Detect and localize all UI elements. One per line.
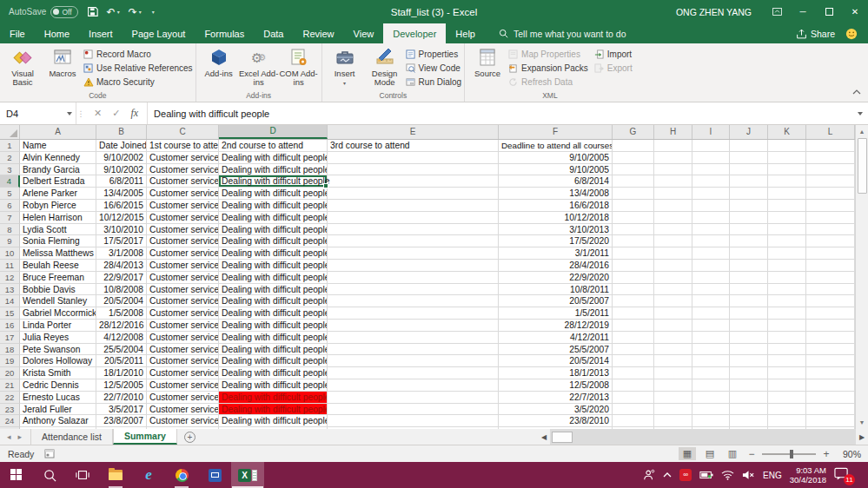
vertical-scroll-thumb[interactable] [858,138,867,194]
row-header-8[interactable]: 8 [0,224,20,236]
cell-B15[interactable]: 1/5/2008 [96,307,147,320]
cell-B6[interactable]: 16/6/2015 [96,200,147,212]
row-header-18[interactable]: 18 [0,344,20,356]
cell-D23[interactable]: Dealing with difficult people [219,404,328,416]
cell-I21[interactable] [692,379,730,392]
ribbon-display-options-button[interactable] [764,0,790,23]
cell-K21[interactable] [768,379,806,392]
cell-I7[interactable] [692,212,730,224]
cell-C7[interactable]: Customer service [147,212,219,224]
cell-C5[interactable]: Customer service [147,188,219,200]
cell-C13[interactable]: Customer service [147,284,219,296]
save-button[interactable] [87,6,98,17]
row-header-16[interactable]: 16 [0,320,20,332]
cell-L11[interactable] [806,260,855,272]
row-header-3[interactable]: 3 [0,164,20,176]
cell-E22[interactable] [328,392,499,404]
share-button[interactable]: Share [796,29,835,39]
cell-B14[interactable]: 20/5/2004 [96,295,147,307]
cell-F13[interactable]: 10/8/2011 [499,284,613,296]
cell-K22[interactable] [768,392,806,404]
cell-K23[interactable] [768,404,806,416]
cell-G21[interactable] [613,379,654,392]
cell-D5[interactable]: Dealing with difficult people [219,188,328,200]
cell-H12[interactable] [654,272,692,284]
cell-J22[interactable] [730,392,768,404]
cell-A8[interactable]: Lydia Scott [20,224,96,236]
cell-F11[interactable]: 28/4/2016 [499,260,613,272]
cell-C23[interactable]: Customer service [147,404,219,416]
cell-G25[interactable] [613,427,654,429]
cell-I14[interactable] [692,295,730,307]
cell-J14[interactable] [730,295,768,307]
macro-record-status-button[interactable] [44,449,55,458]
tab-page-layout[interactable]: Page Layout [123,23,195,43]
cell-A2[interactable]: Alvin Kennedy [20,152,96,164]
cell-H2[interactable] [654,152,692,164]
tab-formulas[interactable]: Formulas [195,23,254,43]
name-box-dropdown[interactable] [63,102,76,124]
maximize-button[interactable] [816,0,842,23]
cell-A6[interactable]: Robyn Pierce [20,200,96,212]
cell-A18[interactable]: Pete Swanson [20,344,96,356]
cell-L12[interactable] [806,272,855,284]
tab-insert[interactable]: Insert [79,23,123,43]
cell-K13[interactable] [768,284,806,296]
column-header-B[interactable]: B [96,125,147,139]
cell-I20[interactable] [692,367,730,379]
undo-dropdown-icon[interactable]: ▾ [117,9,120,15]
cell-H18[interactable] [654,344,692,356]
cell-C14[interactable]: Customer service [147,295,219,307]
column-header-K[interactable]: K [768,125,806,139]
feedback-smiley-icon[interactable] [845,28,858,40]
cell-F9[interactable]: 17/5/2020 [499,235,613,247]
cell-I8[interactable] [692,224,730,236]
cell-A14[interactable]: Wendell Stanley [20,295,96,307]
row-header-24[interactable]: 24 [0,415,20,427]
cell-A11[interactable]: Beulah Reese [20,260,96,272]
people-icon[interactable] [643,469,655,481]
tab-help[interactable]: Help [446,23,485,43]
page-break-preview-button[interactable]: ▥ [724,447,741,460]
cell-A1[interactable]: Name [20,140,96,152]
cell-G13[interactable] [613,284,654,296]
cell-E10[interactable] [328,247,499,260]
row-header-11[interactable]: 11 [0,260,20,272]
cell-C25[interactable]: Customer service [147,427,219,429]
cell-H23[interactable] [654,404,692,416]
formula-input[interactable]: Dealing with difficult people [148,102,852,124]
cell-G14[interactable] [613,295,654,307]
row-header-7[interactable]: 7 [0,212,20,224]
cell-H25[interactable] [654,427,692,429]
cell-D12[interactable]: Dealing with difficult people [219,272,328,284]
cell-E1[interactable]: 3rd course to attend [328,140,499,152]
cell-J25[interactable] [730,427,768,429]
cell-F8[interactable]: 3/10/2013 [499,224,613,236]
cell-B18[interactable]: 25/5/2004 [96,344,147,356]
cell-G12[interactable] [613,272,654,284]
cell-L15[interactable] [806,307,855,320]
cell-L7[interactable] [806,212,855,224]
cell-L20[interactable] [806,367,855,379]
cell-J16[interactable] [730,320,768,332]
clock[interactable]: 9:03 AM 30/4/2018 [790,465,826,485]
cell-J11[interactable] [730,260,768,272]
cell-L10[interactable] [806,247,855,260]
cell-H1[interactable] [654,140,692,152]
cell-J12[interactable] [730,272,768,284]
cell-J15[interactable] [730,307,768,320]
view-code-button[interactable]: View Code [405,62,461,74]
cell-E21[interactable] [328,379,499,392]
row-header-22[interactable]: 22 [0,392,20,404]
cell-I12[interactable] [692,272,730,284]
cell-J2[interactable] [730,152,768,164]
cell-B8[interactable]: 3/10/2010 [96,224,147,236]
cell-K16[interactable] [768,320,806,332]
cell-F21[interactable]: 12/5/2008 [499,379,613,392]
cell-A15[interactable]: Gabriel Mccormick [20,307,96,320]
cell-L1[interactable] [806,140,855,152]
design-mode-button[interactable]: Design Mode [365,44,405,87]
cell-L25[interactable] [806,427,855,429]
sheet-nav-left-icon[interactable]: ◂ [7,432,11,441]
cell-K24[interactable] [768,415,806,427]
